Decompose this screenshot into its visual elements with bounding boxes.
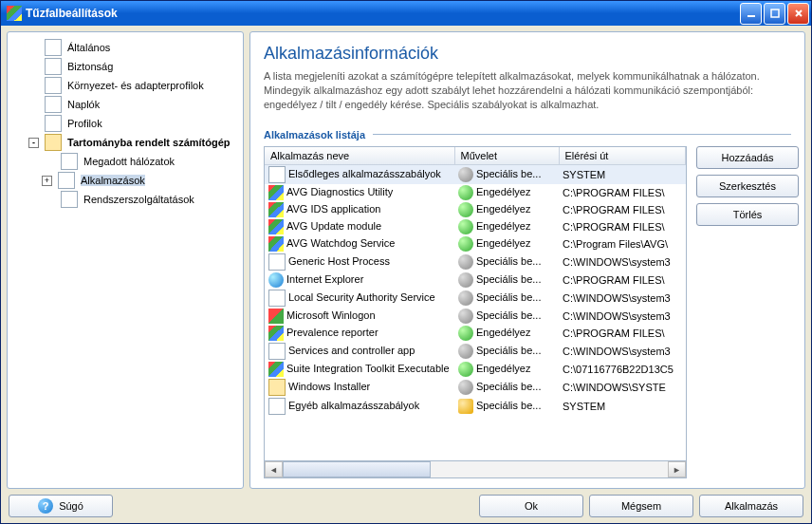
titlebar-buttons — [740, 3, 809, 25]
table-row[interactable]: Generic Host ProcessSpeciális be...C:\WI… — [265, 253, 686, 271]
table-row[interactable]: Internet ExplorerSpeciális be...C:\PROGR… — [265, 271, 686, 289]
page-description: A lista megjeleníti azokat a számítógépr… — [264, 69, 791, 112]
table-row[interactable]: AVG IDS applicationEngedélyezC:\PROGRAM … — [265, 201, 686, 218]
page-icon — [45, 115, 62, 132]
table-header-row[interactable]: Alkalmazás neve Művelet Elérési út — [265, 147, 686, 165]
cell-name: AVG Watchdog Service — [286, 236, 395, 248]
cell-name: Microsoft Winlogon — [286, 309, 376, 320]
table-row[interactable]: Suite Integration Toolkit ExecutableEnge… — [265, 361, 686, 378]
cell-path: C:\WINDOWS\system3 — [559, 253, 686, 271]
wininst-icon — [268, 379, 286, 396]
subheading: Alkalmazások listája — [264, 129, 365, 140]
col-action[interactable]: Művelet — [454, 147, 559, 165]
cell-name: Prevalence reporter — [286, 326, 378, 337]
col-path[interactable]: Elérési út — [559, 147, 686, 165]
action-allow-icon — [458, 362, 473, 377]
table-row[interactable]: AVG Update moduleEngedélyezC:\PROGRAM FI… — [265, 218, 686, 235]
table-row[interactable]: Microsoft WinlogonSpeciális be...C:\WIND… — [265, 308, 686, 325]
minimize-button[interactable] — [740, 3, 762, 25]
titlebar[interactable]: Tűzfalbeállítások — [1, 1, 811, 26]
action-gear-icon — [458, 344, 473, 359]
cell-name: Elsődleges alkalmazásszabályok — [288, 167, 441, 178]
cell-name: Services and controller app — [288, 344, 415, 355]
action-gear-icon — [458, 254, 473, 270]
edit-button[interactable]: Szerkesztés — [696, 175, 799, 197]
tree-item-applications[interactable]: +Alkalmazások — [11, 171, 239, 190]
tree-label: Profilok — [67, 118, 102, 129]
cell-action: Engedélyez — [476, 219, 531, 231]
table-row[interactable]: AVG Watchdog ServiceEngedélyezC:\Program… — [265, 235, 686, 253]
tree-label: Tartományba rendelt számítógép — [67, 137, 231, 148]
table-row[interactable]: Egyéb alkalmazásszabályokSpeciális be...… — [265, 397, 686, 416]
expand-icon[interactable]: + — [42, 176, 52, 186]
cell-action: Engedélyez — [476, 202, 531, 214]
delete-button[interactable]: Törlés — [696, 203, 799, 226]
win-icon — [268, 309, 284, 324]
footer: ? Súgó Ok Mégsem Alkalmazás — [7, 495, 805, 517]
help-button[interactable]: ? Súgó — [9, 495, 113, 517]
maximize-button[interactable] — [764, 3, 785, 25]
cell-path: C:\07116776B22D13C5 — [559, 361, 686, 378]
cell-path: C:\PROGRAM FILES\ — [559, 201, 686, 218]
tree-item-security[interactable]: Biztonság — [11, 57, 239, 76]
cancel-button[interactable]: Mégsem — [589, 495, 693, 517]
cell-action: Speciális be... — [476, 309, 541, 320]
computer-icon — [45, 134, 62, 151]
table-row[interactable]: Services and controller appSpeciális be.… — [265, 342, 686, 361]
tree-item-profiles-adapters[interactable]: Környezet- és adapterprofilok — [11, 76, 239, 95]
cell-name: Local Security Authority Service — [288, 290, 435, 302]
cell-action: Speciális be... — [476, 254, 541, 266]
apply-button[interactable]: Alkalmazás — [699, 495, 803, 517]
app-table[interactable]: Alkalmazás neve Művelet Elérési út Elsőd… — [265, 147, 686, 416]
tree-item-system-services[interactable]: Rendszerszolgáltatások — [11, 190, 239, 209]
cell-action: Engedélyez — [476, 236, 531, 248]
cell-path: C:\WINDOWS\system3 — [559, 342, 686, 361]
tree-item-defined-networks[interactable]: Megadott hálózatok — [11, 152, 239, 171]
cell-path: C:\PROGRAM FILES\ — [559, 325, 686, 342]
table-row[interactable]: Prevalence reporterEngedélyezC:\PROGRAM … — [265, 325, 686, 342]
list-area: Alkalmazás neve Művelet Elérési út Elsőd… — [264, 146, 791, 478]
scroll-track[interactable] — [283, 461, 668, 477]
cell-name: Suite Integration Toolkit Executable — [286, 362, 450, 373]
cell-path: C:\WINDOWS\system3 — [559, 308, 686, 325]
collapse-icon[interactable]: - — [28, 138, 39, 148]
tree-label: Megadott hálózatok — [83, 156, 175, 167]
cell-action: Speciális be... — [476, 167, 541, 178]
table-row[interactable]: Local Security Authority ServiceSpeciáli… — [265, 289, 686, 308]
scroll-left-button[interactable]: ◄ — [265, 461, 283, 477]
table-row[interactable]: Elsődleges alkalmazásszabályokSpeciális … — [265, 164, 686, 184]
tree-item-domain-computer[interactable]: -Tartományba rendelt számítógép — [11, 133, 239, 152]
client-area: Általános Biztonság Környezet- és adapte… — [1, 26, 811, 523]
cell-path: C:\Program Files\AVG\ — [559, 235, 686, 253]
tree-item-logs[interactable]: Naplók — [11, 95, 239, 114]
app-icon — [268, 290, 286, 307]
main-area: Általános Biztonság Környezet- és adapte… — [7, 31, 805, 489]
app-table-container[interactable]: Alkalmazás neve Művelet Elérési út Elsőd… — [264, 146, 687, 461]
action-allow-icon — [458, 326, 473, 341]
table-row[interactable]: AVG Diagnostics UtilityEngedélyezC:\PROG… — [265, 184, 686, 201]
ok-button[interactable]: Ok — [479, 495, 583, 517]
cell-name: Windows Installer — [288, 380, 370, 391]
page-icon — [61, 191, 78, 208]
horizontal-scrollbar[interactable]: ◄ ► — [264, 461, 687, 478]
page-icon — [45, 77, 62, 94]
cell-name: AVG IDS application — [286, 202, 380, 214]
tree-item-general[interactable]: Általános — [11, 38, 239, 57]
avg-icon — [268, 326, 284, 341]
divider — [373, 134, 791, 135]
cell-action: Speciális be... — [476, 399, 541, 410]
nav-tree-panel[interactable]: Általános Biztonság Környezet- és adapte… — [7, 31, 244, 489]
tree-item-profiles[interactable]: Profilok — [11, 114, 239, 133]
svg-rect-0 — [747, 15, 755, 17]
close-button[interactable] — [787, 3, 809, 25]
add-button[interactable]: Hozzáadás — [696, 146, 799, 169]
col-name[interactable]: Alkalmazás neve — [265, 147, 454, 165]
cell-path: SYSTEM — [559, 164, 686, 184]
cell-path: C:\WINDOWS\system3 — [559, 289, 686, 308]
scroll-right-button[interactable]: ► — [668, 461, 686, 477]
nav-tree[interactable]: Általános Biztonság Környezet- és adapte… — [11, 38, 239, 209]
table-row[interactable]: Windows InstallerSpeciális be...C:\WINDO… — [265, 378, 686, 397]
scroll-thumb[interactable] — [283, 461, 431, 477]
tree-label: Biztonság — [67, 61, 113, 72]
cell-name: Generic Host Process — [288, 254, 390, 266]
